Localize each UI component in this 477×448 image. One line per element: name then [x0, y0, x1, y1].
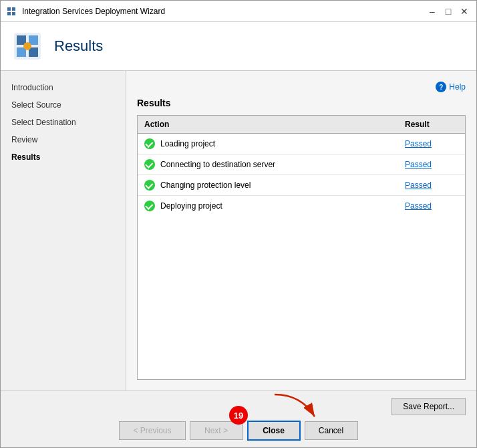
window-controls: – □ ✕: [426, 5, 471, 18]
sidebar-item-introduction[interactable]: Introduction: [1, 79, 126, 96]
maximize-button[interactable]: □: [442, 5, 455, 18]
check-icon: [144, 159, 155, 170]
column-result: Result: [398, 116, 465, 134]
action-label: Deploying project: [160, 201, 222, 211]
action-cell: Changing protection level: [144, 180, 391, 191]
sidebar-item-results[interactable]: Results: [1, 148, 126, 166]
result-link[interactable]: Passed: [405, 201, 432, 211]
svg-point-9: [23, 42, 31, 50]
svg-rect-3: [12, 12, 15, 15]
results-table: Action Result Loading project Passed Con…: [138, 116, 465, 216]
column-action: Action: [138, 116, 398, 134]
action-cell: Connecting to destination server: [144, 159, 391, 170]
table-row: Deploying project Passed: [138, 196, 465, 217]
bottom-bar: Save Report... 19 < Previous Next > Clos…: [1, 390, 476, 447]
window-title: Integration Services Deployment Wizard: [22, 7, 426, 16]
result-link[interactable]: Passed: [405, 139, 432, 148]
action-cell: Deploying project: [144, 201, 391, 211]
close-window-button[interactable]: ✕: [458, 5, 471, 18]
sidebar-item-select-source[interactable]: Select Source: [1, 96, 126, 114]
header-icon: [11, 30, 43, 62]
sidebar: Introduction Select Source Select Destin…: [1, 71, 126, 390]
step-badge: 19: [229, 406, 248, 425]
help-icon: ?: [436, 82, 446, 92]
action-label: Changing protection level: [160, 181, 251, 190]
content-area: ? Help Results Action Result Lo: [126, 71, 476, 390]
table-row: Connecting to destination server Passed: [138, 154, 465, 175]
result-link[interactable]: Passed: [405, 181, 432, 190]
minimize-button[interactable]: –: [426, 5, 439, 18]
section-title: Results: [137, 98, 466, 108]
table-row: Changing protection level Passed: [138, 175, 465, 196]
window-icon: [6, 6, 17, 17]
navigation-buttons: 19 < Previous Next > Close Cancel: [11, 421, 466, 441]
help-row: ? Help: [137, 82, 466, 92]
save-report-button[interactable]: Save Report...: [391, 398, 466, 415]
svg-rect-2: [7, 12, 11, 15]
check-icon: [144, 180, 155, 191]
action-label: Loading project: [160, 139, 215, 148]
close-button[interactable]: Close: [247, 421, 301, 441]
wizard-header: Results: [1, 22, 476, 71]
results-table-wrapper: Action Result Loading project Passed Con…: [137, 115, 466, 380]
action-label: Connecting to destination server: [160, 160, 275, 169]
svg-rect-1: [12, 7, 15, 11]
main-content: Introduction Select Source Select Destin…: [1, 71, 476, 390]
check-icon: [144, 138, 155, 149]
previous-button[interactable]: < Previous: [119, 421, 185, 440]
sidebar-item-review[interactable]: Review: [1, 131, 126, 148]
title-bar: Integration Services Deployment Wizard –…: [1, 1, 476, 22]
action-cell: Loading project: [144, 138, 391, 149]
page-title: Results: [54, 37, 103, 55]
table-header-row: Action Result: [138, 116, 465, 134]
table-row: Loading project Passed: [138, 134, 465, 154]
help-link[interactable]: Help: [449, 82, 466, 92]
svg-rect-0: [7, 7, 11, 11]
check-icon: [144, 201, 155, 211]
result-link[interactable]: Passed: [405, 160, 432, 169]
cancel-button[interactable]: Cancel: [305, 421, 358, 440]
sidebar-item-select-destination[interactable]: Select Destination: [1, 114, 126, 131]
main-window: Integration Services Deployment Wizard –…: [0, 0, 477, 448]
